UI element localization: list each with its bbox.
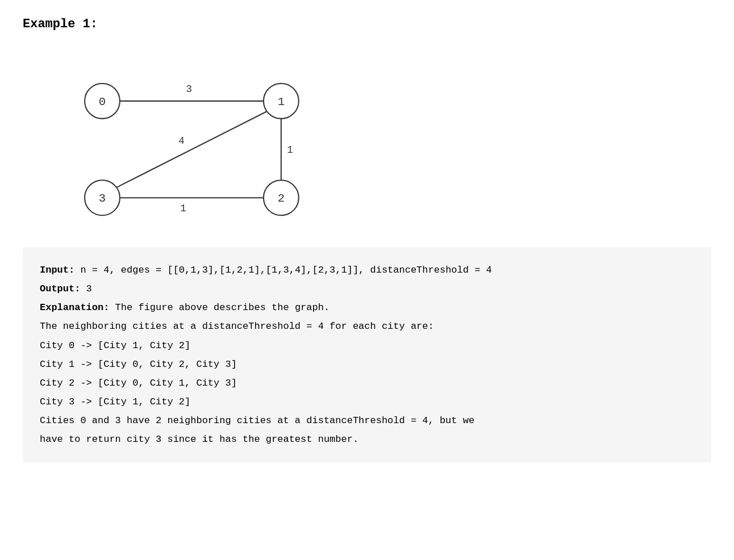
input-value: n = 4, edges = [[0,1,3],[1,2,1],[1,3,4],…	[74, 265, 492, 275]
edge-1-3	[117, 111, 266, 187]
info-box: Input: n = 4, edges = [[0,1,3],[1,2,1],[…	[23, 247, 711, 462]
edge-label-1-2: 1	[287, 144, 293, 156]
extra-lines: The neighboring cities at a distanceThre…	[40, 317, 694, 449]
node-label-3: 3	[99, 192, 106, 205]
input-line: Input: n = 4, edges = [[0,1,3],[1,2,1],[…	[40, 261, 694, 279]
info-line: have to return city 3 since it has the g…	[40, 430, 694, 449]
page-wrapper: Example 1: 3 1 4 1 0 1	[23, 17, 711, 462]
explanation-line: Explanation: The figure above describes …	[40, 298, 694, 317]
info-line: City 0 -> [City 1, City 2]	[40, 336, 694, 355]
output-line: Output: 3	[40, 279, 694, 298]
edge-label-3-2: 1	[180, 203, 186, 214]
explanation-value: The figure above describes the graph.	[109, 302, 330, 313]
info-line: City 2 -> [City 0, City 1, City 3]	[40, 374, 694, 392]
graph-svg: 3 1 4 1 0 1 2 3	[45, 48, 341, 230]
output-label: Output:	[40, 283, 80, 294]
node-label-2: 2	[278, 192, 285, 205]
input-label: Input:	[40, 265, 74, 275]
info-line: City 1 -> [City 0, City 2, City 3]	[40, 355, 694, 374]
info-line: The neighboring cities at a distanceThre…	[40, 317, 694, 336]
output-value: 3	[80, 283, 91, 294]
graph-container: 3 1 4 1 0 1 2 3	[45, 48, 341, 230]
explanation-label: Explanation:	[40, 302, 109, 313]
edge-label-0-1: 3	[186, 83, 193, 95]
edge-label-1-3: 4	[178, 135, 185, 147]
info-line: Cities 0 and 3 have 2 neighboring cities…	[40, 411, 694, 430]
page-title: Example 1:	[23, 17, 711, 31]
info-line: City 3 -> [City 1, City 2]	[40, 392, 694, 411]
node-label-1: 1	[278, 95, 285, 108]
node-label-0: 0	[99, 95, 106, 108]
